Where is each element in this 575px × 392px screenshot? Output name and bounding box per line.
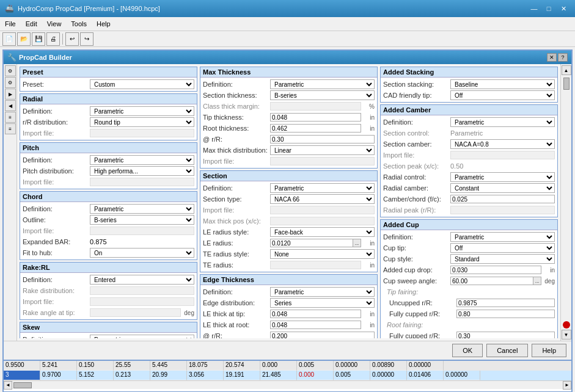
minimize-button[interactable]: —: [527, 3, 541, 14]
rake-angle-label: Rake angle at tip:: [23, 309, 90, 316]
as-cad-select[interactable]: Off: [450, 90, 555, 100]
et-edgedist-label: Edge distribution:: [203, 299, 270, 307]
sec-type-select[interactable]: NACA 66: [270, 194, 375, 204]
mt-root-input[interactable]: [270, 124, 361, 132]
sec-def-select[interactable]: Parametric: [270, 183, 375, 193]
cancel-button[interactable]: Cancel: [486, 344, 528, 357]
ac-import-label: Import file:: [383, 151, 450, 159]
mt-atrr-input[interactable]: [270, 135, 375, 143]
cup-drop-input[interactable]: [450, 266, 541, 274]
et-def-select[interactable]: Parametric: [270, 287, 375, 297]
strip-btn-4[interactable]: ◀: [5, 100, 16, 111]
grid-row-2[interactable]: 3 0.9700 5.152 0.213 20.99 3.056 19.191 …: [4, 371, 571, 380]
grid-cell: 19.191: [224, 371, 260, 380]
menu-tools[interactable]: Tools: [66, 18, 92, 29]
toolbar-print[interactable]: 🖨: [46, 32, 60, 46]
ac-secpeak-label: Section peak (x/c):: [383, 162, 450, 170]
sec-leradsty-label: LE radius style:: [203, 228, 270, 236]
ac-radctrl-select[interactable]: Parametric: [450, 172, 555, 182]
window-help-btn[interactable]: ?: [558, 53, 568, 62]
ac-def-label: Definition:: [383, 118, 450, 126]
pitch-def-select[interactable]: Parametric: [90, 155, 194, 165]
sec-lerad-input[interactable]: [270, 239, 353, 247]
ac-def-select[interactable]: Parametric: [450, 117, 555, 127]
cup-sweep-dots[interactable]: ...: [533, 277, 541, 285]
grid-cell: 0.150: [77, 361, 114, 371]
strip-btn-6[interactable]: ≡: [5, 123, 16, 134]
cup-def-select[interactable]: Parametric: [450, 232, 555, 242]
as-stacking-select[interactable]: Baseline: [450, 79, 555, 89]
cup-tip-select[interactable]: Off: [450, 243, 555, 253]
rake-def-label: Definition:: [23, 276, 90, 283]
chord-def-select[interactable]: Parametric: [90, 204, 194, 214]
rake-section: Rake:RL Definition: Entered: [20, 262, 197, 320]
help-button[interactable]: Help: [532, 344, 566, 357]
strip-btn-5[interactable]: ≡: [5, 112, 16, 123]
cup-tip-label: Cup tip:: [383, 244, 450, 252]
chord-outline-select[interactable]: B-series: [90, 215, 194, 225]
cup-def-label: Definition:: [383, 233, 450, 241]
cup-fullycupped-label: Fully cupped r/R:: [389, 310, 456, 318]
chord-fittohub-select[interactable]: On: [90, 248, 194, 258]
toolbar-new[interactable]: 📄: [2, 32, 16, 46]
cup-sweep-input[interactable]: [450, 277, 533, 285]
toolbar-undo[interactable]: ↩: [65, 32, 79, 46]
section-section: Section Definition: Parametric: [200, 170, 378, 272]
mt-def-select[interactable]: Parametric: [270, 79, 375, 89]
toolbar-redo[interactable]: ↪: [80, 32, 93, 46]
menu-view[interactable]: View: [42, 18, 67, 29]
scroll-left-btn[interactable]: ◄: [4, 381, 12, 390]
pitch-dist-select[interactable]: High performa...: [90, 166, 194, 176]
cup-fullycupped-input[interactable]: [456, 310, 555, 318]
sec-lerad-unit: in: [361, 240, 375, 247]
ok-button[interactable]: OK: [452, 344, 483, 357]
mt-tip-input[interactable]: [270, 113, 361, 122]
radial-section: Radial Definition: Parametric: [20, 93, 197, 140]
close-button[interactable]: ✕: [557, 3, 570, 14]
window-close-btn[interactable]: ✕: [547, 53, 557, 62]
rake-def-select[interactable]: Entered: [90, 275, 194, 285]
scroll-down-btn[interactable]: ▼: [562, 330, 571, 339]
et-lerr-input[interactable]: [270, 332, 375, 338]
pitch-header: Pitch: [20, 143, 197, 153]
menu-file[interactable]: File: [0, 18, 21, 29]
sec-teradsty-select[interactable]: None: [270, 249, 375, 259]
ac-seccamber-select[interactable]: NACA A=0.8: [450, 139, 555, 149]
menu-edit[interactable]: Edit: [21, 18, 42, 29]
max-thickness-header: Max Thickness: [200, 67, 377, 78]
mt-maxt-select[interactable]: Linear: [270, 145, 375, 155]
ac-radcamber-select[interactable]: Constant: [450, 183, 555, 193]
et-letip-input[interactable]: [270, 310, 361, 318]
maximize-button[interactable]: □: [542, 3, 555, 14]
toolbar-open[interactable]: 📂: [17, 32, 31, 46]
strip-btn-3[interactable]: ▶: [5, 89, 16, 100]
chord-fittohub-label: Fit to hub:: [23, 249, 90, 256]
et-leroot-input[interactable]: [270, 321, 361, 329]
et-leroot-label: LE thick at root:: [203, 321, 270, 328]
scroll-right-btn[interactable]: ►: [563, 381, 571, 390]
strip-btn-2[interactable]: ⚙: [5, 77, 16, 88]
toolbar-save[interactable]: 💾: [32, 32, 45, 46]
sec-leradsty-select[interactable]: Face-back: [270, 227, 375, 237]
edge-thickness-section: Edge Thickness Definition: Parametric: [200, 274, 378, 338]
ac-camberchord-input[interactable]: [450, 195, 555, 203]
cup-uncupped-input[interactable]: [456, 299, 555, 307]
et-edgedist-select[interactable]: Series: [270, 298, 375, 308]
cup-rootfully-input[interactable]: [456, 332, 555, 338]
strip-btn-1[interactable]: ⚙: [5, 65, 16, 76]
skew-def-select[interactable]: Parametric: [90, 335, 194, 338]
scroll-up-btn[interactable]: ▲: [562, 65, 571, 75]
radial-def-select[interactable]: Parametric: [90, 106, 194, 116]
cup-rootfairing-label: Root fairing:: [387, 321, 454, 328]
mt-section-select[interactable]: B-series: [270, 90, 375, 100]
radial-rr-select[interactable]: Round tip: [90, 117, 194, 127]
grid-cell: 5.152: [77, 371, 114, 380]
menu-help[interactable]: Help: [92, 18, 115, 29]
horizontal-scrollbar[interactable]: ◄ ►: [4, 380, 571, 389]
rake-import-label: Import file:: [23, 298, 90, 305]
cup-style-select[interactable]: Standard: [450, 254, 555, 264]
sec-lerad-dots[interactable]: ...: [353, 239, 361, 247]
preset-select[interactable]: Custom: [90, 79, 194, 89]
scroll-thumb-h[interactable]: [13, 382, 32, 388]
added-cup-section: Added Cup Definition: Parametric: [380, 219, 558, 338]
